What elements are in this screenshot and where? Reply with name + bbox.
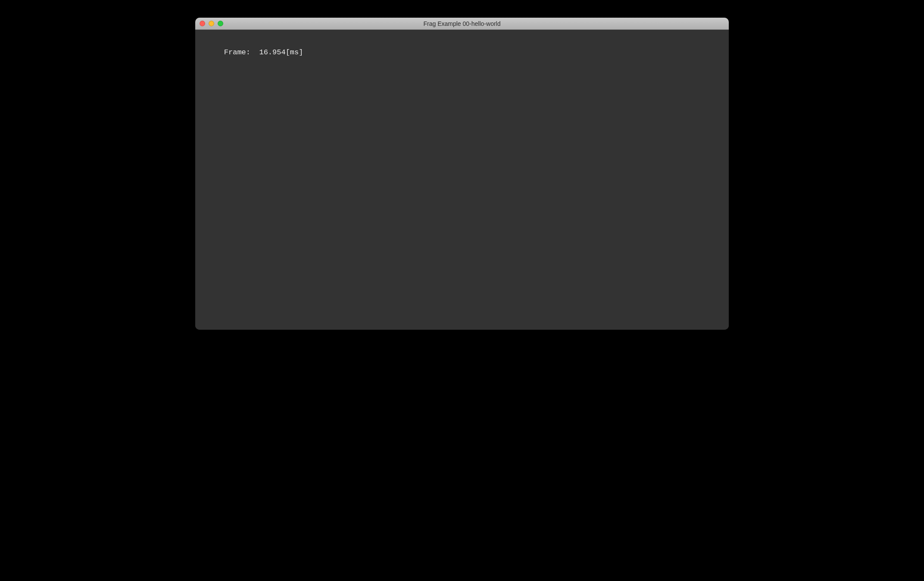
minimize-icon[interactable]: [209, 21, 214, 26]
app-window: Frag Example 00-hello-world Frame: 16.95…: [195, 18, 729, 330]
close-icon[interactable]: [200, 21, 205, 26]
render-area: Frame: 16.954[ms]: [195, 30, 729, 330]
frame-value: 16.954: [259, 48, 285, 56]
frame-stats: Frame: 16.954[ms]: [224, 48, 303, 56]
traffic-lights: [195, 21, 223, 26]
window-title: Frag Example 00-hello-world: [195, 20, 729, 27]
frame-label: Frame:: [224, 48, 250, 56]
titlebar[interactable]: Frag Example 00-hello-world: [195, 18, 729, 30]
frame-unit: [ms]: [286, 48, 303, 56]
maximize-icon[interactable]: [218, 21, 223, 26]
